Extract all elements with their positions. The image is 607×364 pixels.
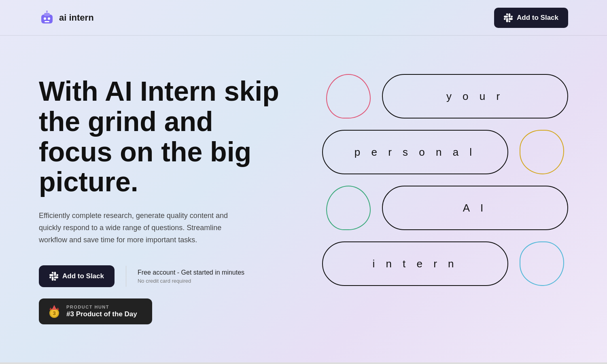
svg-text:3: 3 (53, 310, 55, 316)
pill-intern-text: i n t e r n (372, 258, 458, 270)
svg-point-2 (44, 17, 46, 20)
blob-green (326, 186, 371, 230)
slack-icon (504, 13, 513, 22)
pill-ai-text: A I (463, 202, 487, 214)
svg-rect-4 (45, 21, 49, 22)
medal-icon: 3 (47, 304, 62, 319)
svg-point-3 (48, 17, 50, 20)
ph-label: PRODUCT HUNT (66, 305, 137, 309)
svg-marker-12 (57, 307, 59, 310)
blob-blue (520, 241, 564, 286)
slack-icon-hero (49, 272, 58, 281)
pill-ai: A I (382, 186, 568, 230)
pill-intern: i n t e r n (322, 241, 508, 286)
pill-personal: p e r s o n a l (322, 130, 508, 174)
pill-personal-text: p e r s o n a l (354, 146, 476, 159)
svg-marker-10 (52, 305, 57, 310)
logo-icon (39, 10, 55, 26)
pill-your: y o u r (382, 74, 568, 119)
blob-yellow (520, 130, 564, 174)
logo: ai intern (39, 10, 94, 26)
hero-add-to-slack-button[interactable]: Add to Slack (39, 265, 115, 287)
cta-row: Add to Slack Free account - Get started … (39, 265, 290, 287)
hero-cta-label: Add to Slack (62, 272, 104, 280)
nav-add-to-slack-button[interactable]: Add to Slack (494, 8, 568, 28)
cta-divider (126, 266, 126, 287)
free-main-text: Free account - Get started in minutes (138, 269, 244, 276)
logo-text: ai intern (59, 13, 94, 23)
hero-left: With AI Intern skip the grind and focus … (39, 68, 290, 324)
bottom-border (0, 362, 607, 364)
hero-headline: With AI Intern skip the grind and focus … (39, 76, 290, 197)
svg-point-6 (46, 11, 48, 12)
pill-your-text: y o u r (446, 90, 504, 103)
nav-cta-label: Add to Slack (517, 14, 558, 22)
navbar: ai intern Add to Slack (0, 0, 607, 36)
main-content: With AI Intern skip the grind and focus … (0, 36, 607, 324)
free-info: Free account - Get started in minutes No… (138, 269, 244, 284)
free-sub-text: No credit card required (138, 278, 244, 284)
hero-decoration: y o u r p e r s o n a l A I i n t e r n (322, 68, 568, 288)
product-hunt-badge[interactable]: 3 PRODUCT HUNT #3 Product of the Day (39, 298, 152, 324)
ph-rank: #3 Product of the Day (66, 310, 137, 318)
hero-subtext: Efficiently complete research, generate … (39, 210, 241, 246)
svg-rect-1 (44, 13, 50, 16)
blob-pink (326, 74, 371, 119)
svg-marker-11 (49, 307, 52, 310)
ph-text: PRODUCT HUNT #3 Product of the Day (66, 305, 137, 318)
